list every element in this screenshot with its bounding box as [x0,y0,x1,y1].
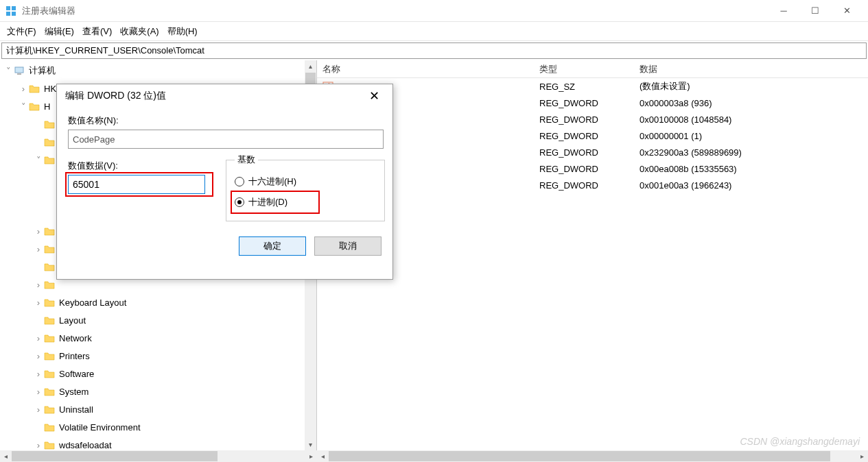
radio-dec-row[interactable]: 十进制(D) [235,192,376,212]
maximize-button[interactable]: ☐ [799,0,831,22]
base-legend: 基数 [235,154,258,166]
scroll-right-arrow[interactable]: ▸ [305,450,317,462]
data-row[interactable]: 01REG_DWORD0x000003a8 (936) [317,95,868,111]
tree-label: Layout [59,315,86,326]
scroll-left-arrow[interactable]: ◂ [317,450,329,462]
value-type: REG_SZ [539,82,640,92]
value-type: REG_DWORD [539,164,640,174]
menu-file[interactable]: 文件(F) [7,25,36,38]
expander-icon[interactable]: › [33,226,44,236]
menu-bar: 文件(F) 编辑(E) 查看(V) 收藏夹(A) 帮助(H) [0,22,868,41]
tree-row[interactable]: ›System [0,382,316,400]
value-data: 0x000003a8 (936) [640,98,868,108]
edit-dword-dialog: 编辑 DWORD (32 位)值 ✕ 数值名称(N): CodePage 数值数… [56,84,393,280]
tree-row[interactable]: Layout [0,311,316,329]
column-header-type[interactable]: 类型 [539,63,640,75]
tree-label: wdsafeloadat [59,440,112,450]
expander-icon[interactable]: ˅ [18,101,29,112]
expander-icon[interactable]: › [33,387,44,397]
radio-hex-label: 十六进制(H) [248,175,296,188]
expander-icon[interactable]: › [33,440,44,450]
value-data: 0x001e00a3 (1966243) [640,180,868,191]
title-bar: 注册表编辑器 ─ ☐ ✕ [0,0,868,22]
data-horizontal-scrollbar[interactable]: ◂ ▸ [317,450,868,462]
base-fieldset: 基数 十六进制(H) 十进制(D) [226,160,385,221]
column-header-data[interactable]: 数据 [640,63,868,75]
data-row[interactable]: 01eREG_DWORD0x001e00a3 (1966243) [317,177,868,193]
expander-icon[interactable]: › [33,404,44,415]
expander-icon[interactable]: › [33,297,44,308]
tree-row[interactable]: ›Software [0,365,316,382]
radio-hex[interactable] [235,177,244,186]
tree-label: 计算机 [29,64,56,77]
window-title: 注册表编辑器 [22,5,768,17]
value-data: 0x00100008 (1048584) [640,114,868,125]
ok-button[interactable]: 确定 [239,236,306,256]
minimize-button[interactable]: ─ [768,0,799,22]
tree-row[interactable]: ›wdsafeloadat [0,436,316,450]
tree-label: System [59,387,89,397]
svg-rect-4 [15,67,23,73]
value-name-field[interactable]: CodePage [68,130,384,149]
tree-label: Network [59,333,92,343]
svg-rect-3 [12,12,16,16]
cancel-button[interactable]: 取消 [314,236,382,256]
address-bar[interactable]: 计算机\HKEY_CURRENT_USER\Console\Tomcat [1,42,867,59]
data-row[interactable]: 01REG_DWORD0x00000001 (1) [317,127,868,144]
value-data: 0x232900a3 (589889699) [640,147,868,158]
column-header-name[interactable]: 名称 [317,63,539,75]
data-pane: 名称 类型 数据 abREG_SZ(数值未设置)01REG_DWORD0x000… [317,60,868,450]
tree-row[interactable]: ›Printers [0,347,316,365]
expander-icon[interactable]: ˅ [33,155,44,165]
value-type: REG_DWORD [539,98,640,108]
expander-icon[interactable]: › [33,333,44,343]
tree-label: Software [59,369,94,379]
expander-icon[interactable]: › [33,351,44,361]
value-data: 0x00000001 (1) [640,131,868,141]
dialog-close-button[interactable]: ✕ [364,88,384,104]
menu-favorites[interactable]: 收藏夹(A) [120,25,159,38]
tree-horizontal-scrollbar[interactable]: ◂ ▸ [0,450,317,462]
radio-dec[interactable] [235,197,244,207]
scroll-up-arrow[interactable]: ▴ [305,60,316,72]
value-data-input[interactable] [68,175,205,194]
tree-row[interactable]: ›Uninstall [0,400,316,418]
radio-hex-row[interactable]: 十六进制(H) [235,171,376,192]
scroll-right-arrow[interactable]: ▸ [856,450,868,462]
tree-label: Uninstall [59,404,93,415]
radio-dec-label: 十进制(D) [248,196,288,208]
svg-rect-5 [17,73,21,75]
expander-icon[interactable]: › [33,369,44,379]
close-button[interactable]: ✕ [831,0,863,22]
tree-row[interactable]: Volatile Environment [0,418,316,436]
expander-icon[interactable]: › [33,244,44,254]
data-header: 名称 类型 数据 [317,60,868,78]
menu-help[interactable]: 帮助(H) [167,25,198,38]
tree-row[interactable]: ›Keyboard Layout [0,293,316,311]
tree-label: Printers [59,351,90,361]
data-row[interactable]: 01erSizeREG_DWORD0x232900a3 (589889699) [317,144,868,160]
data-row[interactable]: abREG_SZ(数值未设置) [317,78,868,95]
value-type: REG_DWORD [539,131,640,141]
tree-row[interactable]: ›Network [0,329,316,347]
scroll-left-arrow[interactable]: ◂ [0,450,12,462]
value-data-label: 数值数据(V): [68,160,212,172]
expander-icon[interactable]: ˅ [3,66,14,76]
svg-rect-2 [6,12,10,16]
scroll-down-arrow[interactable]: ▾ [305,439,316,450]
expander-icon[interactable]: › [18,84,29,94]
tree-label: Volatile Environment [59,422,141,433]
menu-view[interactable]: 查看(V) [82,25,112,38]
value-type: REG_DWORD [539,180,640,191]
tree-row[interactable]: ˅计算机 [0,62,316,80]
expander-icon[interactable]: › [33,280,44,290]
menu-edit[interactable]: 编辑(E) [45,25,74,38]
value-data: (数值未设置) [640,80,868,93]
value-name-label: 数值名称(N): [68,114,382,127]
tree-label: H [44,101,50,112]
value-type: REG_DWORD [539,147,640,158]
data-row[interactable]: 01REG_DWORD0x00100008 (1048584) [317,111,868,127]
dialog-title: 编辑 DWORD (32 位)值 [65,90,364,102]
svg-rect-1 [12,6,16,10]
data-row[interactable]: 01sitionREG_DWORD0x00ea008b (15335563) [317,160,868,177]
